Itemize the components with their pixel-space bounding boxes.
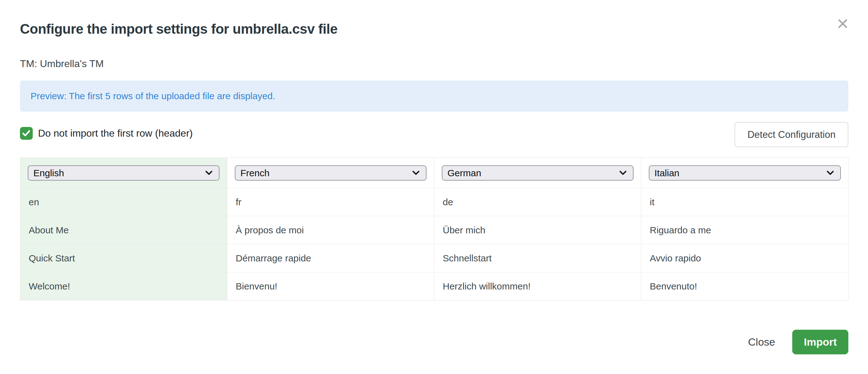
table-cell: Avvio rapido xyxy=(641,244,848,272)
tm-label: TM: Umbrella's TM xyxy=(20,58,104,69)
language-select-wrap: Italian xyxy=(649,165,841,181)
language-select-column-4[interactable]: Italian xyxy=(649,165,841,181)
language-select-wrap: English xyxy=(28,165,219,181)
info-banner: Preview: The first 5 rows of the uploade… xyxy=(20,81,848,112)
table-cell: Démarrage rapide xyxy=(227,244,434,272)
table-cell: About Me xyxy=(20,216,227,244)
table-cell: Benvenuto! xyxy=(641,272,848,300)
table-cell: fr xyxy=(227,188,434,216)
table-cell: de xyxy=(434,188,641,216)
header-row-checkbox-row: Do not import the first row (header) xyxy=(20,127,193,140)
table-cell: Schnellstart xyxy=(434,244,641,272)
header-row-checkbox[interactable] xyxy=(20,127,33,140)
table-cell: Welcome! xyxy=(20,272,227,300)
table-header-cell: German xyxy=(434,158,641,188)
language-select-wrap: German xyxy=(442,165,633,181)
table-cell: it xyxy=(641,188,848,216)
table-cell: Herzlich willkommen! xyxy=(434,272,641,300)
table-header-cell: Italian xyxy=(641,158,848,188)
page-title: Configure the import settings for umbrel… xyxy=(20,21,337,37)
check-icon xyxy=(23,130,30,137)
table-cell: Quick Start xyxy=(20,244,227,272)
table-cell: Bienvenu! xyxy=(227,272,434,300)
language-select-column-2[interactable]: French xyxy=(235,165,427,181)
table-row: Quick Start Démarrage rapide Schnellstar… xyxy=(20,244,848,272)
table-cell: en xyxy=(20,188,227,216)
info-banner-text: Preview: The first 5 rows of the uploade… xyxy=(31,91,275,102)
table-header-cell: French xyxy=(227,158,434,188)
preview-table: English French German xyxy=(20,157,849,300)
checkbox-label: Do not import the first row (header) xyxy=(38,127,193,139)
table-header-cell: English xyxy=(20,158,227,188)
table-row: en fr de it xyxy=(20,188,848,216)
close-icon[interactable]: ✕ xyxy=(836,16,849,32)
table-cell: À propos de moi xyxy=(227,216,434,244)
table-header-row: English French German xyxy=(20,158,848,188)
language-select-column-3[interactable]: German xyxy=(442,165,633,181)
language-select-wrap: French xyxy=(235,165,427,181)
close-button[interactable]: Close xyxy=(748,336,775,348)
dialog-footer: Close Import xyxy=(748,330,848,354)
language-select-column-1[interactable]: English xyxy=(28,165,219,181)
detect-configuration-button[interactable]: Detect Configuration xyxy=(735,122,848,147)
table-row: About Me À propos de moi Über mich Rigua… xyxy=(20,216,848,244)
import-button[interactable]: Import xyxy=(792,330,848,354)
table-cell: Riguardo a me xyxy=(641,216,848,244)
table-cell: Über mich xyxy=(434,216,641,244)
table-row: Welcome! Bienvenu! Herzlich willkommen! … xyxy=(20,272,848,300)
